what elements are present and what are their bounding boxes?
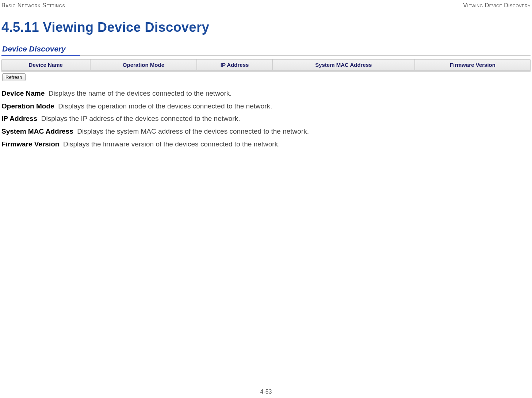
col-system-mac: System MAC Address bbox=[272, 60, 415, 70]
col-ip-address: IP Address bbox=[197, 60, 272, 70]
section-heading: 4.5.11 Viewing Device Discovery bbox=[1, 20, 532, 35]
col-firmware-version: Firmware Version bbox=[415, 60, 530, 70]
col-operation-mode: Operation Mode bbox=[90, 60, 197, 70]
definition-desc: Displays the firmware version of the dev… bbox=[63, 140, 280, 148]
definition-desc: Displays the operation mode of the devic… bbox=[58, 102, 272, 110]
definition-ip-address: IP Address Displays the IP address of th… bbox=[1, 114, 531, 123]
device-table: Device Name Operation Mode IP Address Sy… bbox=[2, 60, 530, 71]
refresh-row: Refresh bbox=[1, 72, 531, 82]
definition-desc: Displays the name of the devices connect… bbox=[49, 89, 232, 97]
device-table-wrap: Device Name Operation Mode IP Address Sy… bbox=[1, 59, 531, 71]
definition-term: Operation Mode bbox=[1, 102, 54, 110]
definition-firmware-version: Firmware Version Displays the firmware v… bbox=[1, 140, 531, 149]
page-number: 4-53 bbox=[0, 389, 532, 395]
definition-system-mac: System MAC Address Displays the system M… bbox=[1, 127, 531, 136]
refresh-button[interactable]: Refresh bbox=[2, 73, 26, 81]
page-header: Basic Network Settings Viewing Device Di… bbox=[0, 0, 532, 9]
definition-desc: Displays the IP address of the devices c… bbox=[41, 115, 240, 122]
definition-term: IP Address bbox=[1, 115, 37, 122]
definition-operation-mode: Operation Mode Displays the operation mo… bbox=[1, 102, 531, 111]
device-discovery-panel: Device Discovery Device Name Operation M… bbox=[1, 44, 531, 82]
panel-title: Device Discovery bbox=[1, 44, 531, 55]
definitions-list: Device Name Displays the name of the dev… bbox=[1, 89, 531, 149]
table-header-row: Device Name Operation Mode IP Address Sy… bbox=[2, 60, 530, 70]
definition-term: Firmware Version bbox=[1, 140, 59, 148]
col-device-name: Device Name bbox=[2, 60, 90, 70]
definition-term: Device Name bbox=[1, 89, 45, 97]
header-right: Viewing Device Discovery bbox=[463, 2, 531, 9]
definition-desc: Displays the system MAC address of the d… bbox=[77, 127, 309, 135]
definition-term: System MAC Address bbox=[1, 127, 73, 135]
definition-device-name: Device Name Displays the name of the dev… bbox=[1, 89, 531, 98]
header-left: Basic Network Settings bbox=[1, 2, 65, 9]
panel-title-rule bbox=[1, 55, 531, 57]
